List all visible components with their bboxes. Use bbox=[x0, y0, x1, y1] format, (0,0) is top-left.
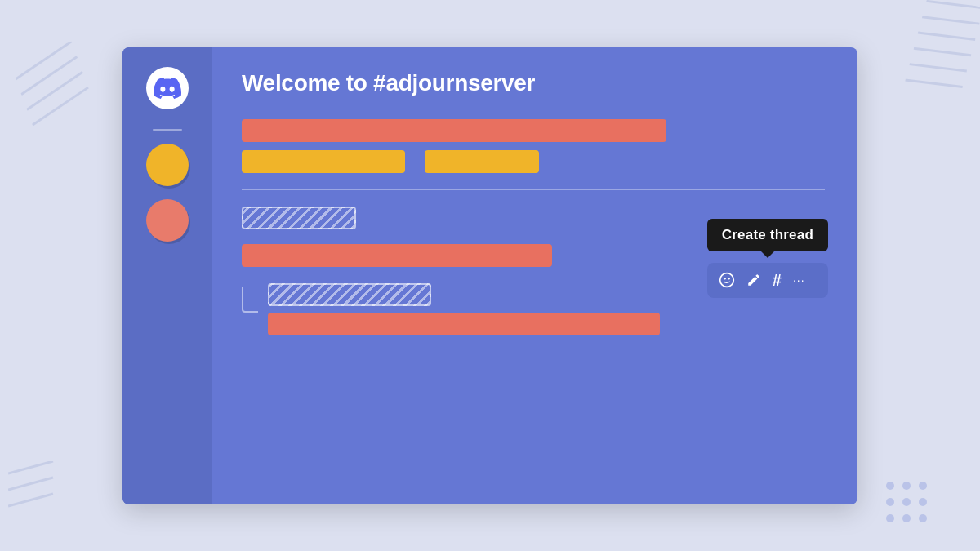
deco-lines-tr bbox=[903, 0, 980, 104]
svg-line-8 bbox=[910, 56, 967, 79]
svg-line-1 bbox=[16, 57, 82, 95]
svg-point-24 bbox=[728, 278, 730, 280]
thread-hash-icon[interactable]: # bbox=[773, 271, 782, 290]
content-bar-red-med bbox=[242, 244, 552, 267]
svg-point-13 bbox=[886, 482, 894, 490]
content-bar-hatched-med bbox=[268, 283, 431, 306]
avatar-yellow[interactable] bbox=[146, 144, 189, 186]
yellow-bars-row bbox=[242, 150, 825, 173]
content-bar-hatched-small bbox=[242, 207, 356, 229]
svg-line-5 bbox=[922, 9, 979, 32]
channel-title: Welcome to #adjournserver bbox=[242, 70, 825, 96]
channel-header: Welcome to #adjournserver bbox=[242, 70, 825, 96]
deco-lines-bl bbox=[8, 461, 57, 518]
more-options-icon[interactable]: ··· bbox=[793, 273, 805, 287]
svg-point-17 bbox=[902, 498, 911, 506]
svg-line-3 bbox=[27, 87, 94, 125]
content-bar-red-long bbox=[242, 119, 666, 142]
message-block-1 bbox=[242, 119, 825, 173]
action-toolbar[interactable]: # ··· bbox=[707, 263, 828, 298]
deco-lines-tl bbox=[10, 38, 104, 132]
svg-point-16 bbox=[886, 498, 894, 506]
svg-point-23 bbox=[724, 278, 726, 280]
svg-line-2 bbox=[21, 72, 88, 109]
svg-line-4 bbox=[926, 0, 980, 16]
emoji-icon[interactable] bbox=[719, 272, 735, 288]
svg-line-6 bbox=[918, 24, 975, 47]
svg-point-22 bbox=[719, 273, 733, 287]
svg-point-20 bbox=[902, 514, 911, 522]
svg-point-19 bbox=[886, 514, 894, 522]
svg-line-9 bbox=[905, 72, 962, 95]
content-bar-yellow-med bbox=[242, 150, 405, 173]
message-divider bbox=[242, 189, 825, 190]
action-area: Create thread # ··· bbox=[707, 219, 828, 298]
svg-line-0 bbox=[10, 42, 77, 79]
svg-point-18 bbox=[919, 498, 927, 506]
content-bar-red-long2 bbox=[268, 313, 660, 335]
avatar-pink[interactable] bbox=[146, 199, 189, 242]
svg-point-14 bbox=[902, 482, 911, 490]
svg-line-11 bbox=[8, 478, 53, 490]
discord-window: Welcome to #adjournserver bbox=[122, 47, 858, 504]
sidebar-divider bbox=[153, 129, 182, 131]
reply-corner-indicator bbox=[242, 287, 258, 313]
svg-line-7 bbox=[914, 41, 971, 64]
edit-icon[interactable] bbox=[746, 273, 761, 287]
svg-line-10 bbox=[8, 461, 53, 473]
svg-point-21 bbox=[919, 514, 927, 522]
deco-dots-br bbox=[882, 478, 947, 527]
sidebar bbox=[122, 47, 212, 504]
discord-logo bbox=[146, 67, 189, 109]
svg-point-15 bbox=[919, 482, 927, 490]
content-bar-yellow-short bbox=[425, 150, 539, 173]
create-thread-tooltip: Create thread bbox=[707, 219, 828, 251]
svg-line-12 bbox=[8, 494, 53, 506]
